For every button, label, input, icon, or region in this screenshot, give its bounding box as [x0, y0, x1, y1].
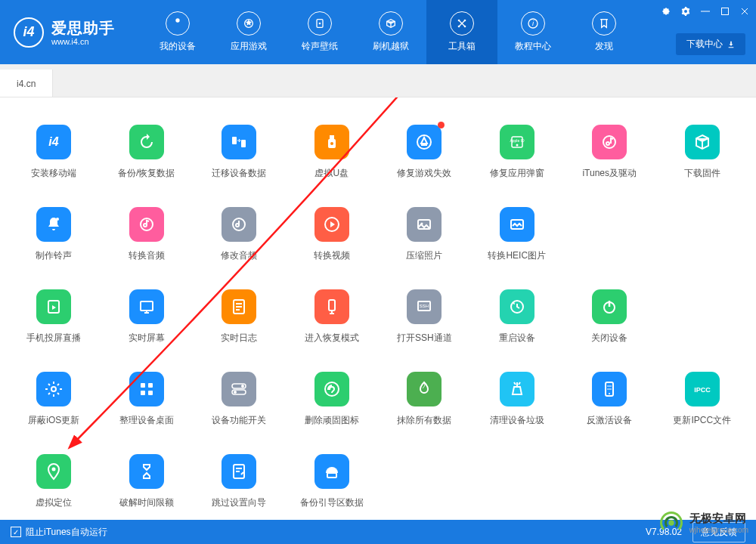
tool-appleid[interactable]: Apple ID修复应用弹窗: [471, 117, 564, 199]
logo[interactable]: i4 爱思助手 www.i4.cn: [14, 17, 115, 48]
tool-location[interactable]: 虚拟定位: [8, 447, 101, 520]
gear-icon: [36, 372, 71, 406]
power-icon: [592, 289, 627, 324]
tool-audio[interactable]: 转换音频: [101, 199, 194, 282]
tool-label: 转换音频: [129, 249, 165, 262]
tool-restore[interactable]: 备份/恢复数据: [101, 117, 194, 199]
close-icon[interactable]: [739, 6, 750, 17]
svg-rect-32: [329, 300, 335, 311]
tool-ssh[interactable]: SSH打开SSH通道: [378, 282, 471, 364]
tool-delete[interactable]: 删除顽固图标: [286, 364, 379, 447]
svg-rect-28: [511, 220, 523, 229]
svg-text:SSH: SSH: [420, 304, 429, 308]
tool-itunes[interactable]: iTunes及驱动: [563, 117, 656, 199]
audioedit-icon: [222, 207, 256, 242]
tool-label: 关闭设备: [591, 332, 627, 345]
tool-screen[interactable]: 实时屏幕: [101, 282, 194, 364]
svg-point-22: [56, 218, 59, 221]
nav-icon: [450, 11, 474, 36]
tool-bell[interactable]: 制作铃声: [8, 199, 101, 282]
svg-rect-38: [141, 383, 145, 388]
svg-rect-30: [141, 301, 153, 311]
nav-discover[interactable]: 发现: [569, 0, 640, 64]
location-icon: [36, 454, 71, 489]
usb-icon: [314, 125, 349, 159]
tool-label: 安装移动端: [31, 167, 76, 180]
nav-ringtones[interactable]: 铃声壁纸: [284, 0, 355, 64]
tool-i4[interactable]: i4安装移动端: [8, 117, 101, 199]
tool-restart[interactable]: 重启设备: [471, 282, 564, 364]
restore-icon: [129, 125, 164, 159]
tool-usb[interactable]: 虚拟U盘: [286, 117, 379, 199]
tool-label: 打开SSH通道: [397, 332, 452, 345]
clean-icon: [500, 372, 534, 406]
nav-device[interactable]: 我的设备: [142, 0, 213, 64]
tool-heic[interactable]: 转换HEIC图片: [471, 199, 564, 282]
log-icon: [222, 289, 256, 324]
svg-rect-12: [232, 137, 237, 144]
tool-label: 跳过设置向导: [212, 496, 266, 509]
nav-toolbox[interactable]: 工具箱: [426, 0, 497, 64]
nav-apps[interactable]: 应用游戏: [213, 0, 284, 64]
tool-erase[interactable]: 抹除所有数据: [378, 364, 471, 447]
svg-text:Apple ID: Apple ID: [510, 138, 525, 143]
tool-log[interactable]: 实时日志: [193, 282, 286, 364]
tool-cube[interactable]: 下载固件: [656, 117, 749, 199]
tool-label: 转换视频: [314, 249, 350, 262]
tab-i4cn[interactable]: i4.cn: [0, 70, 53, 97]
i4-icon: i4: [36, 125, 71, 159]
settings-icon[interactable]: [680, 6, 691, 17]
cast-icon: [36, 289, 71, 324]
tool-label: 备份/恢复数据: [118, 167, 175, 180]
tool-label: 反激活设备: [587, 414, 632, 427]
screen-icon: [129, 289, 164, 324]
tool-gear[interactable]: 屏蔽iOS更新: [8, 364, 101, 447]
tool-video[interactable]: 转换视频: [286, 199, 379, 282]
tool-label: 转换HEIC图片: [488, 249, 546, 262]
tool-skip[interactable]: 跳过设置向导: [193, 447, 286, 520]
tool-deactivate[interactable]: 反激活设备: [563, 364, 656, 447]
tool-cast[interactable]: 手机投屏直播: [8, 282, 101, 364]
minimize-icon[interactable]: [700, 6, 711, 17]
tool-label: 清理设备垃圾: [490, 414, 544, 427]
maximize-icon[interactable]: [720, 6, 730, 17]
tool-hourglass[interactable]: 破解时间限额: [101, 447, 194, 520]
svg-point-37: [51, 387, 56, 391]
delete-icon: [314, 372, 349, 406]
svg-point-6: [464, 26, 466, 28]
svg-point-43: [241, 385, 244, 388]
tool-toggle[interactable]: 设备功能开关: [193, 364, 286, 447]
tool-label: 备份引导区数据: [300, 496, 364, 509]
tool-label: 修改音频: [221, 249, 257, 262]
itunes-icon: [592, 125, 627, 159]
toggle-icon: [222, 372, 256, 406]
nav-tutorials[interactable]: i教程中心: [497, 0, 569, 64]
tool-photo[interactable]: 压缩照片: [378, 199, 471, 282]
tool-grid[interactable]: 整理设备桌面: [101, 364, 194, 447]
nav-icon: i: [521, 11, 545, 36]
download-center-button[interactable]: 下载中心: [676, 33, 745, 55]
tool-migrate[interactable]: 迁移设备数据: [193, 117, 286, 199]
nav-label: 教程中心: [515, 40, 551, 53]
logo-text: 爱思助手 www.i4.cn: [51, 18, 115, 46]
grid-icon: [129, 372, 164, 406]
tool-ipcc[interactable]: IPCC更新IPCC文件: [656, 364, 749, 447]
svg-point-45: [234, 391, 237, 394]
tool-label: 进入恢复模式: [305, 332, 359, 345]
svg-point-48: [609, 393, 610, 394]
tool-label: 整理设备桌面: [119, 414, 174, 427]
nav-jailbreak[interactable]: 刷机越狱: [355, 0, 426, 64]
tool-audioedit[interactable]: 修改音频: [193, 199, 286, 282]
block-itunes-checkbox[interactable]: ✓ 阻止iTunes自动运行: [11, 526, 107, 539]
tool-power[interactable]: 关闭设备: [563, 282, 656, 364]
tool-label: 虚拟定位: [36, 496, 72, 509]
tool-label: 修复应用弹窗: [490, 167, 544, 180]
tool-clean[interactable]: 清理设备垃圾: [471, 364, 564, 447]
tool-backup[interactable]: 备份引导区数据: [286, 447, 379, 520]
skin-icon[interactable]: [661, 6, 671, 17]
svg-point-2: [319, 23, 321, 25]
cube-icon: [685, 125, 720, 159]
svg-rect-52: [327, 473, 336, 478]
tool-appstore[interactable]: 修复游戏失效: [378, 117, 471, 199]
tool-recovery[interactable]: 进入恢复模式: [286, 282, 379, 364]
